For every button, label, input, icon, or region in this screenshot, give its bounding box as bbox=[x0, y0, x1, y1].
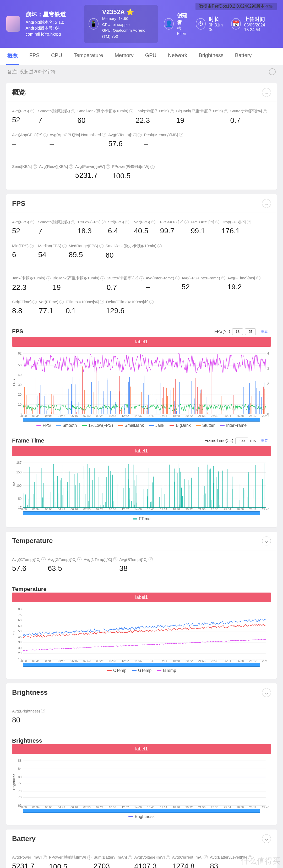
stat: FTime>=100ms[%]?0.1 bbox=[65, 297, 105, 320]
svg-text:06:16: 06:16 bbox=[70, 659, 78, 662]
stat: BigJank(严重卡顿)(/10min)?19 bbox=[52, 273, 106, 297]
ftime-reset[interactable]: 重置 bbox=[258, 437, 271, 444]
tab-概览[interactable]: 概览 bbox=[6, 48, 19, 65]
legend-item[interactable]: Stutter bbox=[196, 423, 215, 428]
svg-text:20:22: 20:22 bbox=[186, 659, 193, 662]
card-title: 概览 bbox=[12, 88, 26, 97]
fps-threshold-18[interactable]: 18 bbox=[232, 328, 243, 335]
gear-icon[interactable] bbox=[269, 68, 276, 75]
svg-text:15:40: 15:40 bbox=[147, 805, 154, 808]
svg-text:68: 68 bbox=[18, 618, 22, 622]
tab-temperature[interactable]: Temperature bbox=[73, 48, 104, 65]
creator-value: 枯 Ellen bbox=[177, 26, 190, 36]
tab-bar: 概览FPSCPUTemperatureMemoryGPUNetworkBrigh… bbox=[0, 48, 283, 65]
svg-text:15:40: 15:40 bbox=[147, 659, 154, 662]
ftime-unit: ms bbox=[250, 438, 256, 443]
svg-text:07:50: 07:50 bbox=[83, 805, 91, 808]
chevron-down-icon[interactable]: ⌄ bbox=[262, 688, 271, 697]
legend-item[interactable]: CTemp bbox=[107, 668, 126, 673]
time-scrubber[interactable] bbox=[23, 663, 260, 666]
device-cpu: CPU: pineapple bbox=[102, 22, 153, 28]
tab-cpu[interactable]: CPU bbox=[50, 48, 63, 65]
chevron-down-icon[interactable]: ⌄ bbox=[262, 536, 271, 546]
android-version: Android版本名: 2.1.0 bbox=[26, 20, 78, 25]
svg-text:23:30: 23:30 bbox=[211, 414, 218, 417]
fps-reset[interactable]: 重置 bbox=[258, 328, 271, 335]
svg-text:50: 50 bbox=[18, 497, 22, 501]
svg-text:62: 62 bbox=[18, 352, 22, 355]
svg-text:00:00: 00:00 bbox=[19, 414, 27, 417]
app-name: 崩坏：星穹铁道 bbox=[26, 10, 78, 19]
brightness-chart[interactable]: 6670737780848800:0001:3403:0804:4206:160… bbox=[12, 755, 271, 808]
svg-text:73: 73 bbox=[18, 789, 22, 793]
tab-brightness[interactable]: Brightness bbox=[198, 48, 225, 65]
svg-text:20:22: 20:22 bbox=[186, 414, 193, 417]
chevron-down-icon[interactable]: ⌄ bbox=[262, 199, 271, 208]
time-scrubber[interactable] bbox=[23, 512, 260, 515]
svg-text:12:32: 12:32 bbox=[121, 659, 129, 662]
stat: Avg(AppCPU)[%] Normalized?– bbox=[49, 130, 108, 153]
svg-text:21:56: 21:56 bbox=[198, 659, 205, 662]
chart-banner: label1 bbox=[12, 744, 271, 754]
time-scrubber[interactable] bbox=[23, 809, 260, 813]
stat: Stutter(卡顿率)[%]?0.7 bbox=[229, 106, 268, 130]
fps-chart[interactable]: 01020304050620123400:0001:3403:0804:4206… bbox=[12, 348, 271, 417]
tab-fps[interactable]: FPS bbox=[28, 48, 40, 65]
stat: Avg(GTemp)[°C]?63.5 bbox=[47, 555, 83, 578]
svg-text:00:00: 00:00 bbox=[20, 659, 27, 662]
stat: Peak(Memory)[MB]?– bbox=[143, 130, 184, 153]
svg-text:06:16: 06:16 bbox=[70, 414, 78, 417]
stat: FPS>=25 [%]?99.1 bbox=[190, 217, 220, 241]
ftime-label: FrameTime(>=) bbox=[204, 438, 233, 443]
svg-text:20: 20 bbox=[18, 393, 22, 396]
svg-text:29:46: 29:46 bbox=[262, 659, 270, 662]
svg-text:01:34: 01:34 bbox=[32, 414, 39, 417]
svg-text:14:06: 14:06 bbox=[135, 659, 142, 662]
legend-item[interactable]: Jank bbox=[149, 423, 164, 428]
stat: Std(FTime)?8.8 bbox=[11, 297, 38, 320]
stat: Stutter(卡顿率)[%]?0.7 bbox=[106, 273, 145, 297]
stat: Std(FPS)?6.4 bbox=[107, 217, 133, 241]
temperature-chart[interactable]: 1523303845536068758300:0001:3403:0804:42… bbox=[12, 604, 271, 662]
tab-memory[interactable]: Memory bbox=[113, 48, 135, 65]
svg-text:26:38: 26:38 bbox=[236, 508, 244, 510]
svg-text:09:24: 09:24 bbox=[96, 508, 104, 510]
svg-text:06:16: 06:16 bbox=[70, 805, 78, 808]
legend-item[interactable]: 1%Low(FPS) bbox=[82, 423, 113, 428]
fps-threshold-25[interactable]: 25 bbox=[245, 328, 256, 335]
legend-item[interactable]: Brightness bbox=[129, 814, 154, 819]
svg-text:84: 84 bbox=[18, 767, 22, 771]
legend-item[interactable]: InterFrame bbox=[220, 423, 247, 428]
tab-network[interactable]: Network bbox=[167, 48, 188, 65]
svg-text:21:56: 21:56 bbox=[198, 805, 205, 808]
svg-text:30: 30 bbox=[18, 383, 22, 387]
stat: SmallJank(微小卡顿)(/10min)?60 bbox=[76, 106, 135, 130]
card-temperature: Temperature⌄ Avg(CTemp)[°C]?57.6Avg(GTem… bbox=[6, 532, 277, 679]
time-scrubber[interactable] bbox=[23, 418, 260, 422]
legend-item[interactable]: BigJank bbox=[170, 423, 191, 428]
frametime-chart[interactable]: 175010015018700:0001:3403:0804:4206:1607… bbox=[12, 458, 271, 510]
svg-text:14:06: 14:06 bbox=[135, 414, 142, 417]
svg-text:12:32: 12:32 bbox=[121, 508, 129, 510]
legend-item[interactable]: SmallJank bbox=[118, 423, 144, 428]
legend-item[interactable]: BTemp bbox=[157, 668, 176, 673]
ftime-input[interactable]: 100 bbox=[235, 437, 248, 444]
svg-text:ms: ms bbox=[12, 482, 16, 486]
tab-battery[interactable]: Battery bbox=[234, 48, 253, 65]
legend-item[interactable]: FPS bbox=[36, 423, 51, 428]
svg-text:10:58: 10:58 bbox=[109, 414, 116, 417]
chevron-down-icon[interactable]: ⌄ bbox=[262, 88, 271, 97]
legend-item[interactable]: Smooth bbox=[56, 423, 77, 428]
legend-item[interactable]: GTemp bbox=[132, 668, 152, 673]
svg-text:07:50: 07:50 bbox=[83, 659, 91, 662]
legend-item[interactable]: FTime bbox=[133, 517, 151, 521]
svg-text:28:12: 28:12 bbox=[249, 805, 257, 808]
svg-text:00:00: 00:00 bbox=[19, 805, 27, 808]
svg-text:28:12: 28:12 bbox=[249, 414, 257, 417]
calendar-icon: 📅 bbox=[231, 18, 241, 30]
svg-text:23:30: 23:30 bbox=[211, 805, 218, 808]
stat: Avg(CTemp)[°C]?57.6 bbox=[11, 555, 47, 578]
stat: Smooth(隐藏指数)?7 bbox=[37, 106, 77, 130]
tab-gpu[interactable]: GPU bbox=[144, 48, 158, 65]
chevron-down-icon[interactable]: ⌄ bbox=[262, 834, 271, 843]
